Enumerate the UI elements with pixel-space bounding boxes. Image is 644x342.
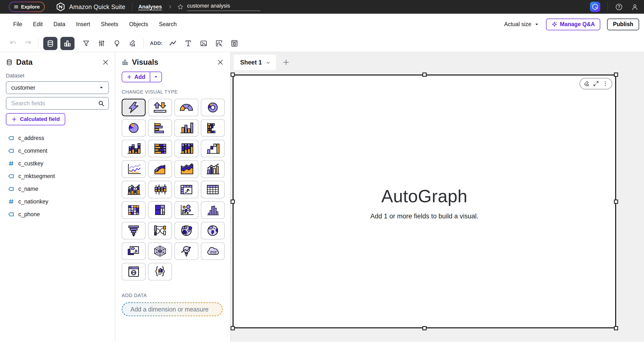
visual-type-stacked100-h-icon[interactable] — [148, 140, 172, 157]
undo-icon[interactable] — [9, 40, 17, 47]
database-icon — [46, 40, 54, 48]
toggle-data-panel-button[interactable] — [43, 37, 58, 50]
field-item-c_nationkey[interactable]: c_nationkey — [6, 195, 109, 208]
menu-objects[interactable]: Objects — [124, 18, 154, 30]
field-label: c_nationkey — [18, 198, 48, 205]
selected-visual[interactable]: AutoGraph Add 1 or more fields to build … — [232, 74, 616, 328]
breadcrumb-analyses[interactable]: Analyses — [138, 4, 162, 10]
redo-icon[interactable] — [24, 40, 32, 47]
close-icon[interactable] — [102, 59, 109, 66]
zoom-level-value: Actual size — [504, 21, 531, 28]
add-visual-icon[interactable] — [215, 40, 223, 47]
calculated-field-button[interactable]: Calculated field — [6, 113, 65, 125]
visual-type-radar-icon[interactable] — [148, 242, 172, 260]
visual-type-narrative-icon[interactable] — [148, 263, 172, 280]
visual-type-insights-icon[interactable] — [174, 242, 198, 260]
visual-type-gauge-icon[interactable] — [174, 99, 198, 116]
menu-sheets[interactable]: Sheets — [96, 18, 124, 30]
visual-type-map-layers-icon[interactable] — [122, 242, 146, 260]
menu-edit[interactable]: Edit — [28, 18, 48, 30]
visual-type-custom-content-icon[interactable] — [122, 263, 146, 280]
menu-insert[interactable]: Insert — [70, 18, 96, 30]
visual-type-boxplot-icon[interactable] — [148, 181, 172, 198]
visual-type-stacked-bar-v-icon[interactable] — [122, 140, 146, 157]
publish-button[interactable]: Publish — [607, 18, 639, 30]
visual-type-area-icon[interactable] — [148, 160, 172, 178]
dataset-select[interactable]: customer — [6, 81, 109, 94]
field-item-c_mktsegment[interactable]: c_mktsegment — [6, 170, 109, 182]
string-field-icon — [8, 148, 14, 154]
user-icon[interactable] — [631, 3, 639, 11]
filter-icon[interactable] — [82, 40, 90, 47]
visual-type-funnel-icon[interactable] — [122, 222, 146, 240]
add-visual-button[interactable]: Add — [122, 72, 150, 82]
explore-label: Explore — [21, 4, 40, 10]
manage-qa-button[interactable]: Manage Q&A — [546, 18, 600, 30]
chevron-down-icon[interactable] — [265, 60, 271, 66]
visual-type-line-icon[interactable] — [122, 160, 146, 178]
add-sheet-button[interactable] — [282, 59, 290, 66]
topbar: Explore Amazon Quick Suite Analyses cust… — [0, 0, 644, 14]
close-icon[interactable] — [217, 59, 224, 66]
field-item-c_address[interactable]: c_address — [6, 132, 109, 144]
visual-type-stacked-combo-icon[interactable] — [122, 181, 146, 198]
field-item-c_comment[interactable]: c_comment — [6, 144, 109, 157]
edit-visual-icon[interactable] — [128, 40, 136, 47]
caret-down-icon — [154, 74, 158, 80]
visual-type-stacked100-v-icon[interactable] — [174, 140, 198, 157]
visual-type-histogram-icon[interactable] — [201, 201, 225, 219]
sheet-tab[interactable]: Sheet 1 — [234, 55, 276, 70]
visual-type-scatter-icon[interactable] — [174, 201, 198, 219]
analysis-title[interactable]: customer analysis — [187, 3, 260, 11]
visual-type-donut-icon[interactable] — [201, 99, 225, 116]
menu-search[interactable]: Search — [154, 18, 182, 30]
add-visual-label: Add — [134, 74, 145, 80]
parameters-icon[interactable] — [98, 40, 105, 47]
visual-type-pie-icon[interactable] — [122, 119, 146, 137]
manage-qa-label: Manage Q&A — [560, 21, 595, 28]
explore-button[interactable]: Explore — [9, 2, 45, 12]
add-dimension-dropzone[interactable]: Add a dimension or measure — [122, 302, 223, 316]
add-embed-icon[interactable] — [231, 40, 238, 47]
add-visual-dropdown[interactable] — [150, 72, 162, 82]
visual-type-sankey-icon[interactable] — [148, 222, 172, 240]
visual-type-combo-icon[interactable] — [201, 160, 225, 178]
change-visual-type-label: CHANGE VISUAL TYPE — [122, 89, 230, 95]
insights-lightbulb-icon[interactable] — [113, 40, 121, 47]
visual-type-waterfall-icon[interactable] — [201, 140, 225, 157]
field-item-c_phone[interactable]: c_phone — [6, 208, 109, 220]
zoom-level-dropdown[interactable]: Actual size — [504, 21, 539, 28]
visual-type-stacked-area-icon[interactable] — [174, 160, 198, 178]
field-item-c_name[interactable]: c_name — [6, 182, 109, 195]
visual-type-heatmap-icon[interactable] — [122, 201, 146, 219]
menu-file[interactable]: File — [8, 18, 28, 30]
visual-type-autograph-icon[interactable] — [122, 99, 146, 116]
add-image-icon[interactable] — [200, 40, 208, 47]
visual-type-map-filled-icon[interactable] — [201, 222, 225, 240]
bar-chart-icon — [122, 59, 128, 66]
favorite-star-icon[interactable] — [177, 4, 184, 10]
topbar-divider — [608, 2, 608, 11]
help-icon[interactable] — [615, 3, 623, 11]
visual-type-map-points-icon[interactable] — [174, 222, 198, 240]
menu-data[interactable]: Data — [48, 18, 71, 30]
visuals-panel-title: Visuals — [132, 58, 158, 67]
field-label: c_name — [18, 186, 38, 192]
visual-type-pivot-table-icon[interactable] — [174, 181, 198, 198]
add-text-icon[interactable] — [184, 40, 192, 47]
visual-type-kpi-icon[interactable] — [148, 99, 172, 116]
add-trend-line-icon[interactable] — [169, 40, 177, 47]
search-icon[interactable] — [98, 100, 104, 107]
quick-suite-app-icon[interactable] — [590, 2, 600, 12]
dataset-value: customer — [11, 84, 36, 91]
visual-type-treemap-icon[interactable] — [148, 201, 172, 219]
search-fields-input[interactable] — [8, 100, 98, 107]
visual-type-bar-h-icon[interactable] — [148, 119, 172, 137]
visual-type-stacked-bar-h-icon[interactable] — [201, 119, 225, 137]
field-item-c_custkey[interactable]: c_custkey — [6, 157, 109, 170]
visual-type-wordcloud-icon[interactable] — [201, 242, 225, 260]
toggle-visuals-panel-button[interactable] — [60, 37, 74, 50]
visual-type-bar-v-icon[interactable] — [174, 119, 198, 137]
autograph-placeholder: AutoGraph Add 1 or more fields to build … — [234, 76, 615, 327]
visual-type-table-icon[interactable] — [201, 181, 225, 198]
